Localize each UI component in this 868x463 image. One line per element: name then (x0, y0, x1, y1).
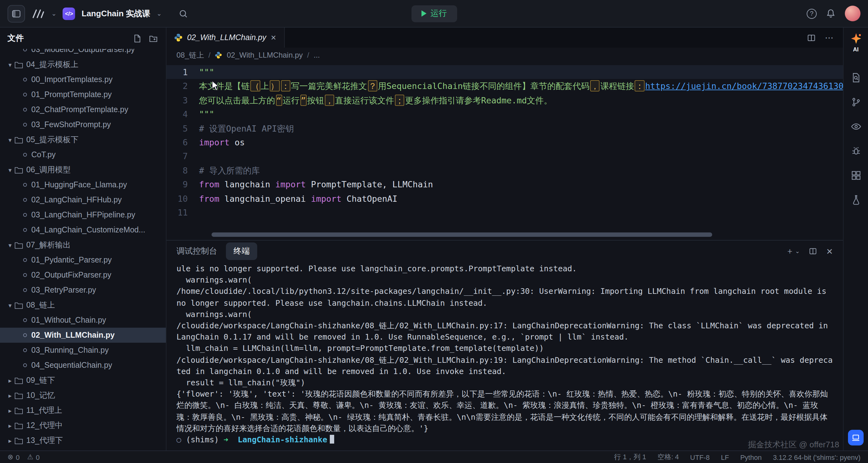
file-tree-item[interactable]: 00_ImportTemplates.py (0, 72, 166, 87)
cursor-position[interactable]: 行 1，列 1 (614, 452, 646, 462)
file-tree-item[interactable]: CoT.py (0, 147, 166, 162)
file-tree-item[interactable]: 01_Pydantic_Parser.py (0, 253, 166, 267)
errors-status[interactable]: ⊗0 (7, 453, 20, 461)
editor-tab[interactable]: 02_With_LLMChain.py ✕ (166, 28, 284, 48)
language-mode[interactable]: Python (740, 452, 762, 462)
new-folder-icon[interactable] (148, 33, 158, 43)
file-tree-item[interactable]: 03_Running_Chain.py (0, 343, 166, 358)
indentation[interactable]: 空格: 4 (657, 452, 679, 462)
code-line[interactable]: 3您可以点击最上方的“运行”按钮，直接运行该文件；更多操作指引请参考Readme… (166, 93, 843, 108)
notifications-bell-icon[interactable] (826, 8, 836, 19)
breadcrumb-separator: / (307, 51, 309, 60)
breadcrumb-file[interactable]: 02_With_LLMChain.py (227, 51, 303, 60)
user-avatar[interactable] (845, 6, 861, 21)
file-tree-item[interactable]: 03_RetryParser.py (0, 283, 166, 298)
code-line[interactable]: 1""" (166, 65, 843, 79)
code-line[interactable]: 9from langchain import PromptTemplate, L… (166, 177, 843, 192)
python-file-icon (23, 153, 27, 156)
preview-eye-icon[interactable] (848, 118, 864, 135)
code-area[interactable]: 1"""2本文件是【链（上）：写一篇完美鲜花推文？用SequencialChai… (166, 63, 843, 240)
file-tree-item[interactable]: 01_PromptTemplate.py (0, 87, 166, 102)
file-tree-item[interactable]: 03_ModelIO_OutputParser.py (0, 49, 166, 57)
file-tree-item[interactable]: 02_ChatPromptTemplate.py (0, 102, 166, 117)
breadcrumb-symbol[interactable]: ... (313, 51, 320, 60)
file-tree-item[interactable]: 01_Without_Chain.py (0, 313, 166, 328)
app-logo-icon[interactable] (31, 8, 45, 19)
split-editor-icon[interactable] (807, 33, 816, 42)
file-tree-folder[interactable]: ▸12_代理中 (0, 418, 166, 433)
file-tree-folder[interactable]: ▸13_代理下 (0, 433, 166, 448)
code-line[interactable]: 5# 设置OpenAI API密钥 (166, 121, 843, 135)
file-tree-folder[interactable]: ▾07_解析输出 (0, 237, 166, 253)
remote-environment-icon[interactable] (848, 430, 864, 445)
file-tree-folder[interactable]: ▾05_提示模板下 (0, 132, 166, 147)
extensions-icon[interactable] (848, 167, 864, 183)
encoding[interactable]: UTF-8 (690, 452, 710, 462)
code-text: """ (199, 107, 843, 121)
test-flask-icon[interactable] (848, 192, 864, 208)
breadcrumb-folder[interactable]: 08_链上 (177, 50, 204, 60)
code-line[interactable]: 11 (166, 205, 843, 220)
right-activity-bar: AI (843, 28, 868, 451)
file-tree-item[interactable]: 03_FewShotPrompt.py (0, 117, 166, 132)
file-tree-item[interactable]: 02_LangChain_HFHub.py (0, 192, 166, 207)
new-terminal-icon[interactable]: ＋⌄ (786, 245, 800, 257)
chevron-down-icon[interactable]: ⌄ (156, 10, 162, 17)
code-line[interactable]: 4""" (166, 107, 843, 121)
more-actions-icon[interactable]: ⋯ (825, 33, 834, 42)
terminal-output[interactable]: ule is no longer supported. Please use l… (166, 262, 843, 451)
split-panel-icon[interactable] (809, 247, 817, 256)
tab-terminal[interactable]: 终端 (226, 242, 257, 260)
file-tree-item-label: 09_链下 (26, 375, 55, 386)
folder-icon (14, 391, 23, 399)
close-panel-icon[interactable]: ✕ (826, 247, 833, 256)
folder-icon (14, 60, 23, 68)
python-file-icon (215, 51, 222, 59)
search-icon[interactable] (178, 8, 188, 19)
eol-sequence[interactable]: LF (721, 452, 729, 462)
horizontal-scrollbar[interactable] (212, 232, 712, 237)
file-tree-item[interactable]: 02_With_LLMChain.py (0, 328, 166, 343)
file-tree-item[interactable]: 01_HuggingFace_Llama.py (0, 177, 166, 192)
python-file-icon (23, 364, 27, 367)
line-number: 7 (166, 149, 199, 164)
file-tree-item[interactable]: 04_LangChain_CustomizeMod... (0, 223, 166, 237)
file-tree-item[interactable]: 02_OutputFixParser.py (0, 267, 166, 283)
warnings-status[interactable]: ⚠0 (27, 453, 40, 461)
file-tree-folder[interactable]: ▾08_链上 (0, 298, 166, 313)
code-line[interactable]: 8# 导入所需的库 (166, 163, 843, 177)
code-line[interactable]: 7 (166, 149, 843, 164)
file-tree-item-label: 03_LangChain_HFPipeline.py (31, 210, 135, 219)
python-file-icon (23, 93, 27, 96)
run-button[interactable]: 运行 (411, 5, 457, 22)
debug-bug-icon[interactable] (848, 143, 864, 159)
code-line[interactable]: 10from langchain_openai import ChatOpenA… (166, 192, 843, 205)
tab-debug-console[interactable]: 调试控制台 (177, 245, 217, 257)
file-tree-folder[interactable]: ▸11_代理上 (0, 403, 166, 418)
code-text: 您可以点击最上方的“运行”按钮，直接运行该文件；更多操作指引请参考Readme.… (199, 93, 843, 108)
file-tree-item-label: 08_链上 (26, 300, 55, 311)
ai-assistant-button[interactable]: AI (849, 33, 862, 53)
file-tree-folder[interactable]: ▾04_提示模板上 (0, 57, 166, 72)
layout-sidebar-icon (11, 8, 21, 19)
file-tree-folder[interactable]: ▸10_记忆 (0, 388, 166, 403)
file-search-icon[interactable] (848, 69, 864, 86)
file-tree-item-label: 13_代理下 (26, 435, 63, 446)
new-file-icon[interactable] (133, 33, 142, 43)
file-tree-item[interactable]: 04_SequentialChain.py (0, 358, 166, 373)
close-tab-icon[interactable]: ✕ (271, 33, 276, 42)
help-icon[interactable]: ? (807, 8, 817, 19)
breadcrumb-separator: / (208, 51, 211, 60)
file-tree-item[interactable]: 03_LangChain_HFPipeline.py (0, 207, 166, 223)
ai-sparkle-icon (849, 33, 862, 45)
file-tree-item-label: 01_Without_Chain.py (31, 316, 106, 324)
file-tree-folder[interactable]: ▸09_链下 (0, 373, 166, 388)
chevron-down-icon: ▾ (6, 241, 14, 249)
code-line[interactable]: 2本文件是【链（上）：写一篇完美鲜花推文？用SequencialChain链接不… (166, 79, 843, 93)
file-tree-folder[interactable]: ▾06_调用模型 (0, 162, 166, 177)
toggle-sidebar-button[interactable] (7, 5, 25, 22)
code-line[interactable]: 6import os (166, 135, 843, 149)
source-control-icon[interactable] (848, 94, 864, 110)
chevron-down-icon[interactable]: ⌄ (51, 10, 57, 17)
python-interpreter[interactable]: 3.12.2 64-bit ('shims': pyenv) (773, 452, 861, 462)
